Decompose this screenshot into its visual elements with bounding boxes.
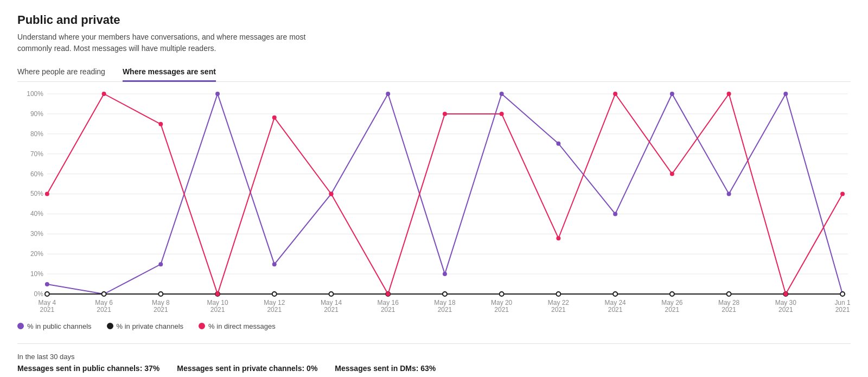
summary-stats: Messages sent in public channels: 37% Me…: [17, 364, 851, 373]
legend-private: % in private channels: [107, 322, 184, 330]
svg-text:May 16: May 16: [378, 299, 399, 306]
legend-label-public: % in public channels: [27, 322, 92, 330]
legend-label-private: % in private channels: [117, 322, 184, 330]
svg-text:May 14: May 14: [321, 299, 342, 306]
svg-text:May 18: May 18: [434, 299, 456, 306]
svg-text:May 6: May 6: [95, 299, 113, 306]
stat-dm: Messages sent in DMs: 63%: [335, 364, 436, 373]
dot-private: [158, 292, 163, 296]
dot-dm: [840, 192, 845, 196]
line-chart: .grid-line { stroke: #e8e8e8; stroke-wid…: [17, 88, 851, 316]
svg-text:2021: 2021: [324, 306, 339, 314]
stat-private-label: Messages sent in private channels:: [177, 364, 304, 373]
dot-public: [783, 92, 788, 96]
chart-container: .grid-line { stroke: #e8e8e8; stroke-wid…: [17, 88, 851, 316]
dot-dm: [158, 122, 163, 126]
legend-label-dm: % in direct messages: [208, 322, 276, 330]
stat-dm-label: Messages sent in DMs:: [335, 364, 418, 373]
dot-public: [556, 142, 560, 146]
svg-text:May 12: May 12: [264, 299, 285, 306]
dot-public: [386, 92, 390, 96]
svg-text:May 30: May 30: [775, 299, 797, 306]
dot-dm: [215, 292, 220, 296]
dot-dm: [556, 236, 560, 240]
dot-private: [500, 292, 504, 296]
svg-text:0%: 0%: [34, 290, 44, 298]
legend-dot-private: [107, 323, 113, 329]
svg-text:2021: 2021: [551, 306, 566, 314]
svg-text:May 24: May 24: [605, 299, 627, 306]
dot-public: [613, 212, 617, 216]
dot-public: [500, 92, 504, 96]
dot-dm: [443, 112, 447, 116]
dot-public: [215, 92, 220, 96]
dot-private: [556, 292, 560, 296]
dot-private: [670, 292, 674, 296]
svg-text:60%: 60%: [30, 170, 43, 178]
dot-private: [727, 292, 731, 296]
dot-public: [670, 92, 674, 96]
svg-text:70%: 70%: [30, 150, 43, 158]
svg-text:2021: 2021: [40, 306, 55, 314]
svg-text:May 10: May 10: [207, 299, 228, 306]
svg-text:10%: 10%: [30, 270, 43, 278]
dot-dm: [613, 92, 617, 96]
dot-private: [329, 292, 334, 296]
dot-public: [443, 272, 447, 276]
svg-text:20%: 20%: [30, 250, 43, 258]
dot-dm: [329, 192, 334, 196]
svg-text:May 26: May 26: [661, 299, 683, 306]
dot-private: [443, 292, 447, 296]
dot-private: [102, 292, 106, 296]
dot-private: [45, 292, 49, 296]
svg-text:100%: 100%: [27, 90, 43, 98]
legend-dot-public: [17, 323, 24, 329]
dot-public: [727, 192, 731, 196]
svg-text:2021: 2021: [835, 306, 850, 314]
svg-text:May 4: May 4: [39, 299, 56, 306]
svg-text:80%: 80%: [30, 130, 43, 138]
dot-dm: [783, 292, 788, 296]
svg-text:2021: 2021: [665, 306, 680, 314]
svg-text:May 20: May 20: [491, 299, 513, 306]
stat-public: Messages sent in public channels: 37%: [17, 364, 159, 373]
dot-public: [45, 282, 49, 286]
dot-public: [158, 262, 163, 266]
dot-dm: [727, 92, 731, 96]
svg-text:2021: 2021: [267, 306, 282, 314]
stat-public-label: Messages sent in public channels:: [17, 364, 142, 373]
tabs: Where people are reading Where messages …: [17, 63, 851, 82]
summary-section: In the last 30 days Messages sent in pub…: [17, 343, 851, 373]
svg-text:May 22: May 22: [548, 299, 570, 306]
dot-dm: [272, 116, 277, 120]
svg-text:May 28: May 28: [718, 299, 740, 306]
dot-private: [272, 292, 277, 296]
dot-dm: [386, 292, 390, 296]
tab-sent[interactable]: Where messages are sent: [123, 63, 216, 82]
dot-dm: [500, 112, 504, 116]
legend-public: % in public channels: [17, 322, 92, 330]
svg-text:2021: 2021: [97, 306, 111, 314]
svg-text:2021: 2021: [722, 306, 736, 314]
svg-text:2021: 2021: [210, 306, 225, 314]
svg-text:2021: 2021: [154, 306, 168, 314]
svg-text:2021: 2021: [381, 306, 395, 314]
dot-dm: [102, 92, 106, 96]
summary-period: In the last 30 days: [17, 353, 851, 361]
svg-text:2021: 2021: [608, 306, 623, 314]
tab-reading[interactable]: Where people are reading: [17, 63, 105, 82]
svg-text:2021: 2021: [778, 306, 793, 314]
dot-private: [613, 292, 617, 296]
svg-text:Jun 1: Jun 1: [834, 299, 851, 306]
svg-text:May 8: May 8: [152, 299, 170, 306]
svg-text:40%: 40%: [30, 210, 43, 218]
legend-dm: % in direct messages: [199, 322, 276, 330]
dot-public: [272, 262, 277, 266]
stat-private-value: 0%: [307, 364, 317, 373]
stat-public-value: 37%: [144, 364, 159, 373]
page-title: Public and private: [17, 13, 851, 27]
dot-dm: [45, 192, 49, 196]
subtitle: Understand where your members have conve…: [17, 31, 332, 54]
svg-text:90%: 90%: [30, 110, 43, 118]
stat-private: Messages sent in private channels: 0%: [177, 364, 317, 373]
